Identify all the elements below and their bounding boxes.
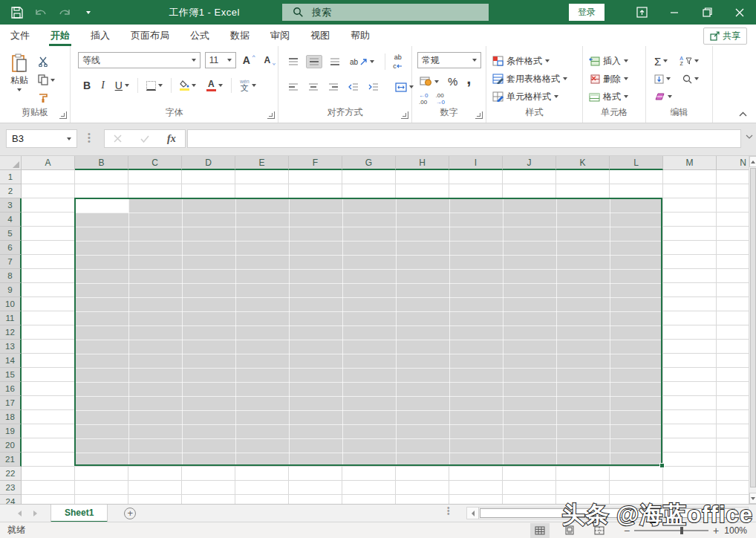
borders-button[interactable] (144, 80, 165, 92)
comma-style-button[interactable]: , (464, 74, 473, 84)
next-sheet-icon[interactable] (33, 508, 37, 519)
accounting-format-icon[interactable] (417, 75, 441, 88)
row-header-8[interactable]: 8 (0, 269, 22, 283)
shrink-font-button[interactable]: A^ (262, 54, 278, 66)
column-header-A[interactable]: A (22, 156, 75, 170)
fill-handle[interactable] (659, 463, 665, 468)
sort-filter-button[interactable]: AZ (677, 54, 701, 68)
formula-input[interactable] (187, 129, 741, 148)
row-header-3[interactable]: 3 (0, 198, 22, 213)
column-header-G[interactable]: G (342, 156, 396, 170)
vertical-scroll-thumb[interactable] (750, 168, 756, 487)
name-box[interactable]: B3 (6, 129, 77, 148)
column-header-K[interactable]: K (556, 156, 610, 170)
delete-cells-button[interactable]: 删除 (583, 70, 645, 88)
page-layout-view-icon[interactable] (560, 523, 579, 538)
normal-view-icon[interactable] (530, 523, 550, 538)
row-header-1[interactable]: 1 (0, 170, 22, 184)
previous-sheet-icon[interactable] (18, 508, 22, 519)
find-select-button[interactable] (680, 73, 701, 85)
increase-indent-icon[interactable] (366, 81, 381, 93)
phonetic-guide-button[interactable]: wén文 (238, 77, 258, 94)
close-button[interactable] (723, 0, 756, 25)
fill-button[interactable] (652, 73, 673, 85)
zoom-slider[interactable] (634, 530, 708, 531)
row-header-14[interactable]: 14 (0, 354, 22, 368)
scroll-up-icon[interactable] (749, 156, 756, 167)
row-header-2[interactable]: 2 (0, 184, 22, 198)
paste-button[interactable]: 粘贴 (3, 52, 36, 105)
format-as-table-button[interactable]: 套用表格格式 (486, 70, 582, 88)
scroll-left-icon[interactable] (467, 508, 479, 519)
autosum-button[interactable]: Σ (652, 54, 670, 69)
row-header-22[interactable]: 22 (0, 467, 22, 481)
wrap-text-icon[interactable]: ab c (391, 53, 405, 71)
row-header-21[interactable]: 21 (0, 453, 22, 467)
row-header-24[interactable]: 24 (0, 495, 22, 504)
align-center-icon[interactable] (306, 81, 321, 93)
tab-数据[interactable]: 数据 (220, 25, 260, 46)
undo-icon[interactable] (34, 6, 48, 19)
zoom-out-button[interactable]: − (619, 525, 634, 537)
tab-插入[interactable]: 插入 (80, 25, 120, 46)
page-break-preview-icon[interactable] (590, 523, 609, 538)
fill-color-button[interactable] (177, 79, 198, 92)
horizontal-scroll-thumb[interactable] (480, 508, 735, 518)
tab-视图[interactable]: 视图 (300, 25, 340, 46)
redo-icon[interactable] (58, 6, 71, 19)
number-dialog-launcher-icon[interactable] (475, 111, 483, 119)
row-header-11[interactable]: 11 (0, 311, 22, 325)
bottom-align-icon[interactable] (328, 56, 342, 68)
clear-button[interactable] (652, 91, 674, 103)
font-dialog-launcher-icon[interactable] (267, 111, 275, 119)
new-sheet-button[interactable]: + (124, 508, 136, 519)
decrease-decimal-icon[interactable]: .00→0 (435, 93, 444, 106)
top-align-icon[interactable] (286, 56, 301, 68)
row-header-17[interactable]: 17 (0, 396, 22, 410)
enter-icon[interactable] (140, 135, 149, 143)
row-header-23[interactable]: 23 (0, 481, 22, 495)
zoom-in-button[interactable]: + (708, 525, 723, 537)
grow-font-button[interactable]: A^ (241, 54, 258, 66)
conditional-formatting-button[interactable]: 条件格式 (486, 52, 582, 70)
middle-align-icon[interactable] (306, 55, 322, 68)
bold-button[interactable]: B (81, 78, 93, 93)
font-name-combo[interactable]: 等线 (78, 52, 201, 68)
selection-range[interactable] (74, 198, 662, 466)
row-header-16[interactable]: 16 (0, 382, 22, 396)
clipboard-dialog-launcher-icon[interactable] (59, 111, 67, 119)
minimize-button[interactable] (658, 0, 691, 25)
vertical-scrollbar[interactable] (749, 156, 756, 504)
row-header-15[interactable]: 15 (0, 368, 22, 382)
column-header-B[interactable]: B (75, 156, 128, 170)
cut-icon[interactable] (36, 55, 57, 68)
number-format-combo[interactable]: 常规 (417, 52, 481, 68)
row-header-5[interactable]: 5 (0, 227, 22, 241)
format-cells-button[interactable]: 格式 (583, 88, 645, 106)
tab-帮助[interactable]: 帮助 (340, 25, 380, 46)
tab-开始[interactable]: 开始 (40, 25, 80, 46)
customize-quick-access-icon[interactable] (82, 6, 95, 19)
align-right-icon[interactable] (326, 81, 341, 93)
italic-button[interactable]: I (99, 78, 107, 93)
row-header-18[interactable]: 18 (0, 410, 22, 424)
zoom-slider-handle[interactable] (680, 527, 683, 534)
tab-公式[interactable]: 公式 (180, 25, 220, 46)
font-size-combo[interactable]: 11 (205, 52, 236, 68)
zoom-level[interactable]: 100% (723, 525, 756, 536)
tab-页面布局[interactable]: 页面布局 (120, 25, 180, 46)
row-header-20[interactable]: 20 (0, 438, 22, 453)
column-header-C[interactable]: C (128, 156, 182, 170)
select-all-button[interactable] (0, 156, 22, 170)
insert-function-icon[interactable]: fx (167, 133, 176, 145)
row-header-19[interactable]: 19 (0, 424, 22, 438)
cancel-icon[interactable] (114, 134, 122, 143)
sheet-scrollbar-splitter[interactable]: ••• (447, 507, 450, 516)
search-input[interactable]: 搜索 (282, 4, 489, 21)
column-header-H[interactable]: H (396, 156, 449, 170)
row-header-9[interactable]: 9 (0, 283, 22, 297)
column-header-L[interactable]: L (610, 156, 663, 170)
column-header-N[interactable]: N (717, 156, 749, 170)
format-painter-icon[interactable] (36, 91, 57, 105)
active-cell[interactable] (76, 199, 128, 213)
